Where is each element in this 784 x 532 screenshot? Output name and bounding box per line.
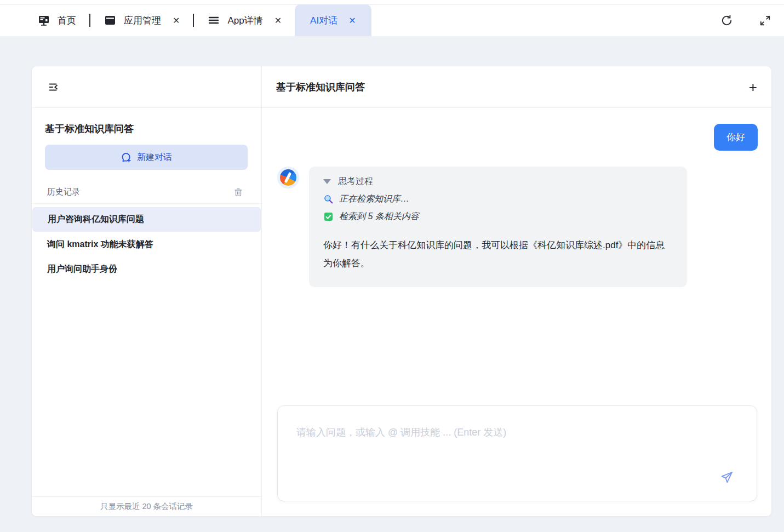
close-icon[interactable]: ✕ <box>173 15 180 26</box>
app-window-icon <box>104 14 117 27</box>
tabs-row: 首页 应用管理 ✕ App详情 ✕ AI对话 ✕ <box>0 4 784 36</box>
tab-separator <box>193 14 194 27</box>
tab-label: 应用管理 <box>124 14 161 27</box>
chat-messages: 你好 思考过程 <box>262 108 771 516</box>
history-item-title: 用户咨询科亿知识库问题 <box>48 214 144 225</box>
tab-app-detail[interactable]: App详情 ✕ <box>207 14 282 27</box>
history-header: 历史记录 <box>32 181 261 204</box>
history-item[interactable]: 用户询问助手身份 <box>32 257 261 282</box>
assistant-message-bubble: 思考过程 正在检索知识库… 检索到 5 条相关内容 <box>309 167 687 287</box>
brand-logo-icon <box>280 169 296 186</box>
refresh-icon[interactable] <box>720 14 733 27</box>
tab-label: 首页 <box>58 14 76 27</box>
history-footer-note: 只显示最近 20 条会话记录 <box>32 496 261 516</box>
green-check-icon <box>323 211 334 222</box>
send-button[interactable] <box>719 470 734 484</box>
conversation-sidebar: 基于标准知识库问答 新建对话 历史记录 用户咨询科亿知识库问题 询问 kmatr… <box>32 66 262 516</box>
assistant-message-row: 思考过程 正在检索知识库… 检索到 5 条相关内容 <box>277 167 758 287</box>
tab-home[interactable]: 首页 <box>37 14 76 27</box>
tab-label: App详情 <box>227 14 262 27</box>
trash-icon[interactable] <box>232 186 245 199</box>
tab-label: AI对话 <box>310 14 337 27</box>
magnifier-icon <box>323 194 334 204</box>
chat-header: 基于标准知识库问答 + <box>262 66 771 108</box>
think-step-text: 正在检索知识库… <box>339 193 409 205</box>
message-input-box <box>277 405 757 501</box>
tab-separator <box>89 14 90 27</box>
assistant-avatar <box>277 167 299 188</box>
history-label: 历史记录 <box>47 187 80 197</box>
add-conversation-icon[interactable]: + <box>749 80 757 94</box>
triangle-down-icon <box>323 179 331 184</box>
chat-app-card: 基于标准知识库问答 新建对话 历史记录 用户咨询科亿知识库问题 询问 kmatr… <box>31 66 772 517</box>
history-item-title: 用户询问助手身份 <box>47 264 117 275</box>
assistant-answer-text: 你好！有什么关于科亿知识库的问题，我可以根据《科亿知识库综述.pdf》中的信息为… <box>323 236 673 272</box>
think-step-result: 检索到 5 条相关内容 <box>323 211 673 222</box>
think-process-label: 思考过程 <box>338 176 373 187</box>
sidebar-header <box>32 66 261 108</box>
monitor-icon <box>37 14 50 27</box>
history-item-title: 询问 kmatrix 功能未获解答 <box>47 239 153 250</box>
chat-pane: 基于标准知识库问答 + 你好 思考过程 <box>262 66 771 516</box>
history-item-current[interactable]: 用户咨询科亿知识库问题 <box>32 207 261 232</box>
close-icon[interactable]: ✕ <box>348 15 356 26</box>
user-message-bubble: 你好 <box>714 124 758 151</box>
sidebar-collapse-icon[interactable] <box>47 81 60 94</box>
menu-lines-icon <box>207 14 220 27</box>
user-message-row: 你好 <box>277 124 758 151</box>
chat-title: 基于标准知识库问答 <box>276 81 365 94</box>
think-step-searching: 正在检索知识库… <box>323 193 673 205</box>
think-step-text: 检索到 5 条相关内容 <box>339 211 419 222</box>
history-item[interactable]: 询问 kmatrix 功能未获解答 <box>32 232 261 257</box>
think-process-toggle[interactable]: 思考过程 <box>323 176 673 187</box>
chat-plus-icon <box>121 152 132 163</box>
tab-app-management[interactable]: 应用管理 ✕ <box>104 14 180 27</box>
topbar-actions <box>720 14 784 27</box>
new-chat-label: 新建对话 <box>137 152 172 163</box>
close-icon[interactable]: ✕ <box>274 15 282 26</box>
history-list: 用户咨询科亿知识库问题 询问 kmatrix 功能未获解答 用户询问助手身份 <box>32 204 261 282</box>
fullscreen-icon[interactable] <box>758 14 771 27</box>
page-content: 基于标准知识库问答 新建对话 历史记录 用户咨询科亿知识库问题 询问 kmatr… <box>0 36 784 532</box>
message-input[interactable] <box>278 406 757 469</box>
new-chat-button[interactable]: 新建对话 <box>45 145 248 170</box>
tab-ai-chat-active[interactable]: AI对话 ✕ <box>295 4 371 36</box>
app-title: 基于标准知识库问答 <box>32 108 261 135</box>
top-tab-bar: 首页 应用管理 ✕ App详情 ✕ AI对话 ✕ <box>0 0 784 36</box>
